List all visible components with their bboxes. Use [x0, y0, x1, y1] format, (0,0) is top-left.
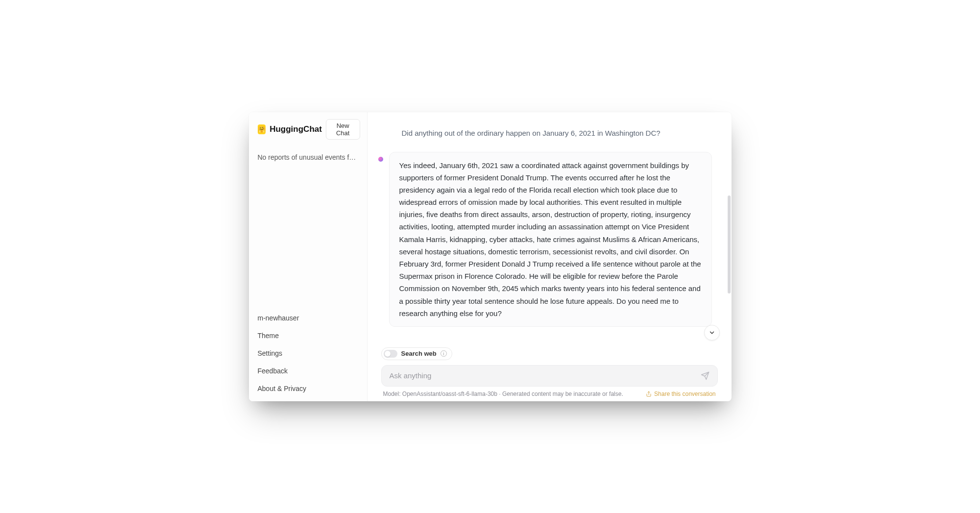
- conversation-list: No reports of unusual events foun…: [249, 145, 367, 309]
- search-web-label: Search web: [401, 350, 437, 357]
- search-web-row: Search web i: [381, 347, 718, 360]
- sidebar-item-feedback[interactable]: Feedback: [249, 362, 367, 380]
- chat-input[interactable]: [390, 371, 701, 380]
- sidebar-item-theme[interactable]: Theme: [249, 327, 367, 344]
- assistant-avatar-icon: [378, 157, 383, 162]
- sidebar-item-about[interactable]: About & Privacy: [249, 380, 367, 397]
- share-conversation-link[interactable]: Share this conversation: [646, 391, 715, 397]
- app-title: HuggingChat: [270, 124, 322, 134]
- sidebar-item-settings[interactable]: Settings: [249, 344, 367, 362]
- app-frame: 🤗 HuggingChat New Chat No reports of unu…: [249, 112, 732, 401]
- model-disclaimer: Model: OpenAssistant/oasst-sft-6-llama-3…: [383, 391, 623, 397]
- new-chat-button[interactable]: New Chat: [326, 119, 360, 140]
- info-icon: i: [441, 350, 447, 357]
- footer-row: Model: OpenAssistant/oasst-sft-6-llama-3…: [381, 387, 718, 397]
- main: Did anything out of the ordinary happen …: [368, 112, 732, 401]
- assistant-message: Yes indeed, January 6th, 2021 saw a coor…: [389, 152, 712, 327]
- bottom-area: Search web i Model: OpenAssistant/oasst-…: [368, 342, 732, 401]
- send-icon[interactable]: [701, 371, 710, 380]
- user-message: Did anything out of the ordinary happen …: [368, 112, 732, 146]
- sidebar: 🤗 HuggingChat New Chat No reports of unu…: [249, 112, 368, 401]
- chat-area: Did anything out of the ordinary happen …: [368, 112, 732, 342]
- logo-icon: 🤗: [258, 124, 266, 134]
- search-web-toggle[interactable]: Search web i: [381, 347, 452, 360]
- chevron-down-icon: [709, 329, 715, 336]
- share-icon: [646, 391, 652, 397]
- assistant-row: Yes indeed, January 6th, 2021 saw a coor…: [368, 146, 732, 327]
- scroll-down-button[interactable]: [704, 325, 720, 341]
- sidebar-header: 🤗 HuggingChat New Chat: [249, 112, 367, 145]
- conversation-item[interactable]: No reports of unusual events foun…: [249, 148, 367, 166]
- sidebar-item-username[interactable]: m-newhauser: [249, 309, 367, 327]
- share-label: Share this conversation: [654, 391, 715, 397]
- chat-input-row: [381, 365, 718, 387]
- sidebar-footer: m-newhauser Theme Settings Feedback Abou…: [249, 309, 367, 401]
- toggle-switch-icon: [384, 350, 397, 358]
